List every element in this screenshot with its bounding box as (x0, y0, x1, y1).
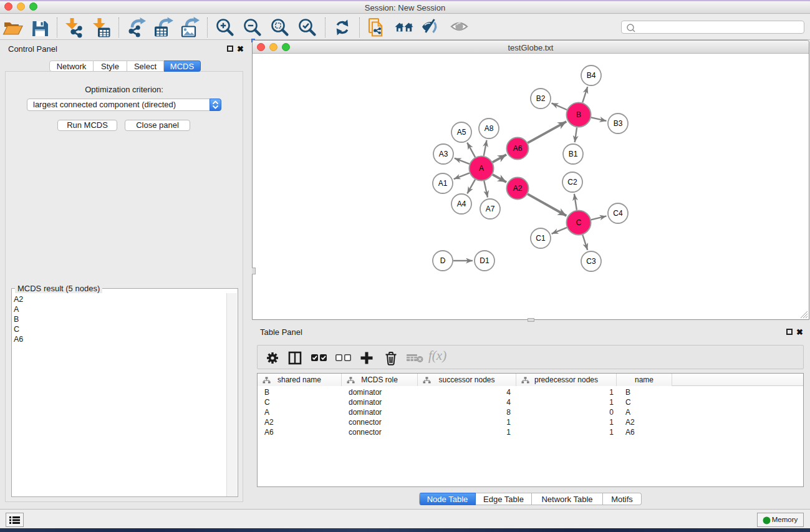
svg-text:D1: D1 (480, 256, 489, 265)
svg-text:C3: C3 (586, 257, 596, 266)
svg-text:A5: A5 (457, 128, 466, 137)
svg-text:A8: A8 (485, 124, 494, 133)
svg-text:C: C (576, 218, 582, 227)
svg-text:A1: A1 (438, 179, 448, 188)
svg-text:A: A (479, 164, 484, 173)
svg-text:A2: A2 (513, 184, 523, 193)
svg-text:A6: A6 (513, 144, 523, 153)
svg-text:A7: A7 (486, 205, 495, 213)
svg-text:B4: B4 (587, 71, 596, 80)
svg-text:B3: B3 (614, 119, 623, 128)
svg-text:D: D (440, 256, 446, 265)
svg-text:B1: B1 (569, 150, 578, 158)
svg-text:C4: C4 (613, 209, 623, 218)
svg-text:A4: A4 (457, 200, 466, 208)
svg-text:A3: A3 (439, 150, 448, 158)
svg-text:C1: C1 (536, 234, 546, 243)
svg-text:B2: B2 (536, 94, 546, 103)
svg-text:C2: C2 (567, 178, 577, 186)
svg-text:B: B (576, 110, 581, 119)
